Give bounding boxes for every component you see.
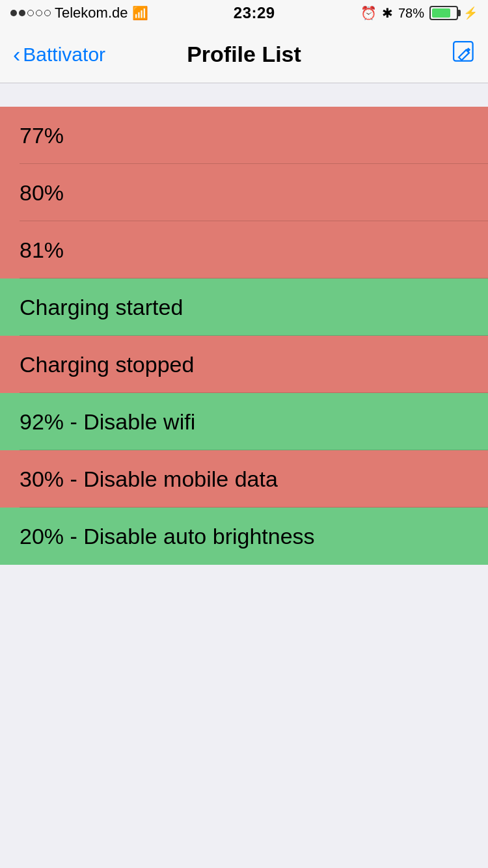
signal-dots — [10, 10, 51, 16]
list-item-label: 81% — [20, 237, 64, 263]
bluetooth-icon: ✱ — [382, 5, 393, 21]
compose-icon — [453, 41, 475, 63]
list-item[interactable]: 30% - Disable mobile data — [0, 450, 488, 508]
footer-space — [0, 565, 488, 825]
battery-bar — [429, 6, 458, 20]
carrier-name: Telekom.de 📶 — [55, 5, 148, 21]
status-left: Telekom.de 📶 — [10, 5, 148, 21]
list-item-label: 77% — [20, 123, 64, 148]
signal-dot-4 — [36, 10, 42, 16]
wifi-icon: 📶 — [132, 5, 148, 21]
edit-button[interactable] — [453, 41, 475, 68]
signal-dot-5 — [44, 10, 51, 16]
list-item[interactable]: 20% - Disable auto brightness — [0, 508, 488, 565]
nav-bar: ‹ Battivator Profile List — [0, 26, 488, 83]
signal-dot-2 — [19, 10, 25, 16]
list-item[interactable]: Charging started — [0, 278, 488, 336]
list-item-label: 20% - Disable auto brightness — [20, 524, 315, 549]
list-item-label: 92% - Disable wifi — [20, 409, 195, 435]
list-item-label: 30% - Disable mobile data — [20, 467, 278, 492]
page-title: Profile List — [187, 42, 301, 67]
list-item[interactable]: 80% — [0, 164, 488, 221]
profile-list: 77%80%81%Charging startedCharging stoppe… — [0, 107, 488, 565]
back-label: Battivator — [23, 44, 105, 66]
list-item-label: 80% — [20, 180, 64, 206]
back-chevron-icon: ‹ — [13, 43, 20, 65]
list-item[interactable]: 77% — [0, 107, 488, 164]
list-item-label: Charging started — [20, 295, 183, 320]
status-right: ⏰ ✱ 78% ⚡ — [360, 5, 478, 21]
section-gap — [0, 83, 488, 107]
list-item[interactable]: 92% - Disable wifi — [0, 393, 488, 450]
status-time: 23:29 — [234, 4, 275, 22]
signal-dot-3 — [27, 10, 34, 16]
status-bar: Telekom.de 📶 23:29 ⏰ ✱ 78% ⚡ — [0, 0, 488, 26]
battery-container — [429, 6, 458, 20]
alarm-icon: ⏰ — [360, 5, 377, 21]
signal-dot-1 — [10, 10, 17, 16]
charging-icon: ⚡ — [463, 6, 478, 20]
list-item[interactable]: 81% — [0, 221, 488, 278]
list-item-label: Charging stopped — [20, 352, 194, 377]
battery-percent: 78% — [398, 6, 424, 21]
back-button[interactable]: ‹ Battivator — [13, 44, 105, 66]
battery-fill — [432, 8, 450, 18]
list-item[interactable]: Charging stopped — [0, 336, 488, 393]
